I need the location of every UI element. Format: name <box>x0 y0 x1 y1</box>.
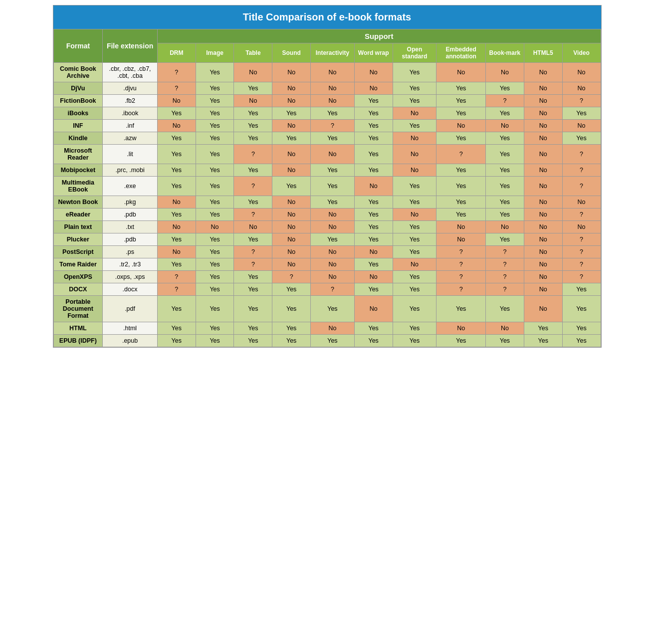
format-cell: eReader <box>53 209 103 221</box>
format-cell: HTML <box>53 322 103 335</box>
data-cell: Yes <box>354 120 393 132</box>
data-cell: Yes <box>196 322 234 335</box>
data-cell: No <box>354 296 393 322</box>
data-cell: Yes <box>196 145 234 164</box>
data-cell: ? <box>234 177 272 196</box>
format-cell: Kindle <box>53 132 103 145</box>
data-cell: No <box>272 63 311 82</box>
data-cell: No <box>272 246 311 258</box>
data-cell: Yes <box>234 164 272 177</box>
extension-cell: .prc, .mobi <box>103 164 158 177</box>
data-cell: Yes <box>157 145 196 164</box>
data-cell: Yes <box>562 335 601 347</box>
data-cell: Yes <box>436 107 486 120</box>
data-cell: Yes <box>354 322 393 335</box>
data-cell: Yes <box>393 95 436 107</box>
comparison-table: Format File extension Support DRMImageTa… <box>53 29 601 347</box>
data-cell: Yes <box>157 177 196 196</box>
table-row: OpenXPS.oxps, .xps?YesYes?NoNoYes??No? <box>53 271 601 283</box>
data-cell: Yes <box>524 335 562 347</box>
data-cell: No <box>562 196 601 209</box>
data-cell: ? <box>562 145 601 164</box>
subheader-table: Table <box>234 43 272 63</box>
data-cell: No <box>272 258 311 271</box>
data-cell: Yes <box>196 296 234 322</box>
data-cell: Yes <box>354 221 393 233</box>
data-cell: Yes <box>354 132 393 145</box>
extension-cell: .txt <box>103 221 158 233</box>
data-cell: Yes <box>234 283 272 296</box>
data-cell: Yes <box>234 196 272 209</box>
subheader-embedded-annotation: Embedded annotation <box>436 43 486 63</box>
data-cell: Yes <box>196 164 234 177</box>
data-cell: No <box>436 221 486 233</box>
data-cell: Yes <box>157 296 196 322</box>
data-cell: Yes <box>196 209 234 221</box>
data-cell: ? <box>436 246 486 258</box>
table-row: Comic Book Archive.cbr, .cbz, .cb7, .cbt… <box>53 63 601 82</box>
table-row: iBooks.ibookYesYesYesYesYesYesNoYesYesNo… <box>53 107 601 120</box>
table-row: Tome Raider.tr2, .tr3YesYes?NoNoYesNo??N… <box>53 258 601 271</box>
data-cell: No <box>157 196 196 209</box>
data-cell: Yes <box>157 132 196 145</box>
data-cell: ? <box>234 209 272 221</box>
extension-cell: .html <box>103 322 158 335</box>
extension-cell: .pdf <box>103 296 158 322</box>
data-cell: Yes <box>486 335 524 347</box>
table-row: Plucker.pdbYesYesYesNoYesYesYesNoYesNo? <box>53 233 601 246</box>
format-cell: DjVu <box>53 82 103 95</box>
table-row: HTML.htmlYesYesYesYesNoYesYesNoNoYesYes <box>53 322 601 335</box>
page-title: Title Comparison of e-book formats <box>53 5 601 29</box>
extension-cell: .pkg <box>103 196 158 209</box>
data-cell: Yes <box>234 82 272 95</box>
data-cell: Yes <box>486 164 524 177</box>
data-cell: Yes <box>524 322 562 335</box>
extension-cell: .exe <box>103 177 158 196</box>
extension-cell: .epub <box>103 335 158 347</box>
data-cell: No <box>524 271 562 283</box>
data-cell: Yes <box>196 233 234 246</box>
format-cell: INF <box>53 120 103 132</box>
data-cell: Yes <box>393 296 436 322</box>
data-cell: Yes <box>354 145 393 164</box>
data-cell: Yes <box>436 95 486 107</box>
data-cell: ? <box>436 258 486 271</box>
data-cell: Yes <box>272 132 311 145</box>
extension-cell: .inf <box>103 120 158 132</box>
table-row: DjVu.djvu?YesYesNoNoNoYesYesYesNoNo <box>53 82 601 95</box>
table-row: DOCX.docx?YesYesYes?YesYes??NoYes <box>53 283 601 296</box>
data-cell: ? <box>436 145 486 164</box>
header-support: Support <box>157 29 601 43</box>
data-cell: Yes <box>311 107 355 120</box>
data-cell: Yes <box>272 177 311 196</box>
data-cell: No <box>354 82 393 95</box>
subheader-video: Video <box>562 43 601 63</box>
data-cell: Yes <box>311 196 355 209</box>
data-cell: Yes <box>234 335 272 347</box>
data-cell: No <box>354 177 393 196</box>
data-cell: No <box>562 63 601 82</box>
data-cell: No <box>486 221 524 233</box>
data-cell: ? <box>562 271 601 283</box>
data-cell: Yes <box>354 107 393 120</box>
format-cell: FictionBook <box>53 95 103 107</box>
data-cell: No <box>354 246 393 258</box>
data-cell: Yes <box>311 177 355 196</box>
data-cell: Yes <box>562 132 601 145</box>
format-cell: Plain text <box>53 221 103 233</box>
data-cell: ? <box>486 95 524 107</box>
data-cell: ? <box>157 271 196 283</box>
data-cell: ? <box>562 258 601 271</box>
data-cell: Yes <box>354 258 393 271</box>
data-cell: No <box>436 63 486 82</box>
data-cell: ? <box>234 258 272 271</box>
data-cell: Yes <box>436 82 486 95</box>
data-cell: ? <box>157 82 196 95</box>
extension-cell: .fb2 <box>103 95 158 107</box>
data-cell: Yes <box>234 296 272 322</box>
data-cell: No <box>272 164 311 177</box>
format-cell: iBooks <box>53 107 103 120</box>
data-cell: Yes <box>196 196 234 209</box>
extension-cell: .pdb <box>103 233 158 246</box>
data-cell: Yes <box>234 120 272 132</box>
